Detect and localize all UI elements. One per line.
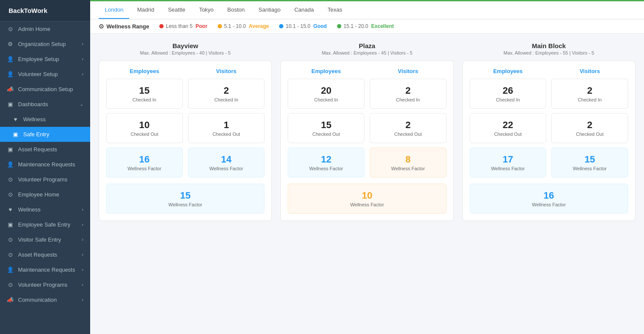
bayview-vis-wellness: 14 Wellness Factor (188, 147, 265, 178)
wellness-icon: ♥ (12, 116, 19, 123)
range-good-text: 10.1 - 15.0 (286, 23, 310, 29)
sidebar-item-dashboards[interactable]: ▣ Dashboards ⌄ (0, 97, 90, 112)
bayview-vis-wf-lbl: Wellness Factor (192, 166, 261, 171)
sidebar-item-asset-requests2[interactable]: ⊙ Asset Requests › (0, 247, 90, 262)
comm-setup-icon: 📣 (7, 86, 14, 92)
chevron-right-icon: › (82, 297, 83, 302)
sidebar-label-communication: Communication (18, 297, 57, 303)
tab-tokyo[interactable]: Tokyo (193, 1, 220, 19)
asset-requests2-icon: ⊙ (7, 251, 14, 258)
app-logo: BackToWork (0, 0, 90, 21)
buildings-row: Bayview Max. Allowed : Employees - 40 | … (99, 42, 635, 221)
content-area: Bayview Max. Allowed : Employees - 40 | … (90, 34, 644, 334)
employee-home-icon: ⊙ (7, 191, 14, 198)
main-block-card: Employees 26 Checked In 22 Checked Out 1… (462, 61, 635, 221)
main-block-vis-checked-out: 2 Checked Out (551, 113, 628, 143)
visitor-safe-entry-icon: ⊙ (7, 236, 14, 243)
bayview-visitors: Visitors 2 Checked In 1 Checked Out 14 (188, 68, 265, 182)
sidebar-label-maintenance2: Maintenance Requests (18, 267, 75, 273)
plaza-emp-wf-lbl: Wellness Factor (292, 166, 361, 171)
plaza-emp-wf-num: 12 (292, 154, 361, 165)
communication-icon: 📣 (7, 297, 14, 303)
sidebar-item-communication-setup[interactable]: 📣 Communication Setup (0, 82, 90, 97)
tab-canada[interactable]: Canada (288, 1, 320, 19)
sidebar-item-asset-requests[interactable]: ▣ Asset Requests (0, 142, 90, 157)
range-excellent-quality: Excellent (371, 23, 394, 29)
sidebar-label-org-setup: Organization Setup (18, 41, 66, 47)
main-block-vis-checked-in: 2 Checked In (551, 79, 628, 109)
tab-seattle[interactable]: Seattle (162, 1, 191, 19)
sidebar-item-wellness[interactable]: ♥ Wellness (0, 112, 90, 127)
plaza-vis-ci-num: 2 (374, 85, 443, 96)
bayview-emp-wf-num: 16 (110, 154, 179, 165)
main-block-emp-wellness: 17 Wellness Factor (470, 147, 547, 178)
sidebar-item-volunteer-programs2[interactable]: ⊙ Volunteer Programs › (0, 277, 90, 292)
main-block-emp-wf-num: 17 (474, 154, 543, 165)
building-bayview: Bayview Max. Allowed : Employees - 40 | … (99, 42, 272, 221)
main-block-vis-ci-num: 2 (555, 85, 624, 96)
plaza-name: Plaza (280, 42, 453, 49)
sidebar-item-admin-home[interactable]: ⊙ Admin Home (0, 21, 90, 37)
tab-santiago[interactable]: Santiago (252, 1, 286, 19)
main-block-vis-wf-lbl: Wellness Factor (555, 166, 624, 171)
sidebar-item-employee-setup[interactable]: 👤 Employee Setup › (0, 52, 90, 67)
bayview-employees-label: Employees (106, 68, 183, 74)
bayview-subtitle: Max. Allowed : Employees - 40 | Visitors… (99, 50, 272, 55)
dot-average (218, 24, 222, 28)
sidebar-item-employee-safe-entry[interactable]: ▣ Employee Safe Entry › (0, 217, 90, 232)
plaza-emp-checked-in: 20 Checked In (288, 79, 365, 109)
sidebar-item-volunteer-programs[interactable]: ⊙ Volunteer Programs (0, 172, 90, 187)
sidebar-item-employee-home[interactable]: ⊙ Employee Home (0, 187, 90, 202)
dot-excellent (337, 24, 341, 28)
main-block-header: Main Block Max. Allowed : Employees - 55… (462, 42, 635, 55)
tab-london[interactable]: London (99, 1, 129, 19)
sidebar-item-maintenance-requests[interactable]: 👤 Maintenance Requests (0, 157, 90, 172)
plaza-emp-ci-num: 20 (292, 85, 361, 96)
sidebar-item-safe-entry[interactable]: ▣ Safe Entry (0, 127, 90, 142)
sidebar-label-maintenance: Maintenance Requests (18, 161, 75, 168)
bayview-name: Bayview (99, 42, 272, 49)
bayview-vis-co-lbl: Checked Out (192, 132, 261, 137)
tab-madrid[interactable]: Madrid (131, 1, 160, 19)
chevron-right-icon: › (82, 267, 83, 272)
sidebar-label-asset-requests2: Asset Requests (18, 251, 57, 258)
main-block-employees: Employees 26 Checked In 22 Checked Out 1… (470, 68, 547, 182)
tab-boston[interactable]: Boston (222, 1, 251, 19)
main-block-sub-cols: Employees 26 Checked In 22 Checked Out 1… (470, 68, 628, 182)
plaza-vis-wf-num: 8 (374, 154, 443, 165)
bayview-emp-checked-in: 15 Checked In (106, 79, 183, 109)
sidebar-item-maintenance2[interactable]: 👤 Maintenance Requests › (0, 262, 90, 277)
bayview-vis-wf-num: 14 (192, 154, 261, 165)
volunteer-prog-icon: ⊙ (7, 176, 14, 183)
bayview-total-wf-num: 15 (110, 190, 261, 201)
sidebar-item-visitor-safe-entry[interactable]: ⊙ Visitor Safe Entry › (0, 232, 90, 247)
sidebar: BackToWork ⊙ Admin Home ⚙ Organization S… (0, 0, 90, 334)
main-block-total-wf-num: 16 (474, 190, 624, 201)
sidebar-label-volunteer-setup: Volunteer Setup (18, 71, 58, 77)
chevron-right-icon: › (82, 282, 83, 287)
range-excellent: 15.1 - 20.0 Excellent (337, 23, 394, 29)
sidebar-item-organization-setup[interactable]: ⚙ Organization Setup › (0, 37, 90, 52)
tab-texas[interactable]: Texas (322, 1, 348, 19)
dashboards-icon: ▣ (7, 101, 14, 107)
plaza-sub-cols: Employees 20 Checked In 15 Checked Out 1… (288, 68, 446, 182)
main-block-employees-label: Employees (470, 68, 547, 74)
main-block-vis-co-lbl: Checked Out (555, 132, 624, 137)
bayview-emp-wellness: 16 Wellness Factor (106, 147, 183, 178)
sidebar-label-employee-setup: Employee Setup (18, 56, 59, 62)
bayview-vis-ci-lbl: Checked In (192, 97, 261, 102)
main-block-total-wellness: 16 Wellness Factor (470, 184, 628, 214)
sidebar-label-admin-home: Admin Home (18, 26, 50, 32)
bayview-emp-ci-lbl: Checked In (110, 97, 179, 102)
main-block-subtitle: Max. Allowed : Employees - 55 | Visitors… (462, 50, 635, 55)
main-block-vis-wellness: 15 Wellness Factor (551, 147, 628, 178)
plaza-emp-checked-out: 15 Checked Out (288, 113, 365, 143)
plaza-total-wellness: 10 Wellness Factor (288, 184, 446, 214)
range-excellent-text: 15.1 - 20.0 (343, 23, 368, 29)
plaza-emp-wellness: 12 Wellness Factor (288, 147, 365, 178)
bayview-total-wf-lbl: Wellness Factor (110, 202, 261, 207)
sidebar-item-volunteer-setup[interactable]: 👤 Volunteer Setup › (0, 67, 90, 82)
sidebar-item-communication[interactable]: 📣 Communication › (0, 292, 90, 307)
sidebar-item-wellness2[interactable]: ♥ Wellness › (0, 202, 90, 217)
bayview-vis-ci-num: 2 (192, 85, 261, 96)
